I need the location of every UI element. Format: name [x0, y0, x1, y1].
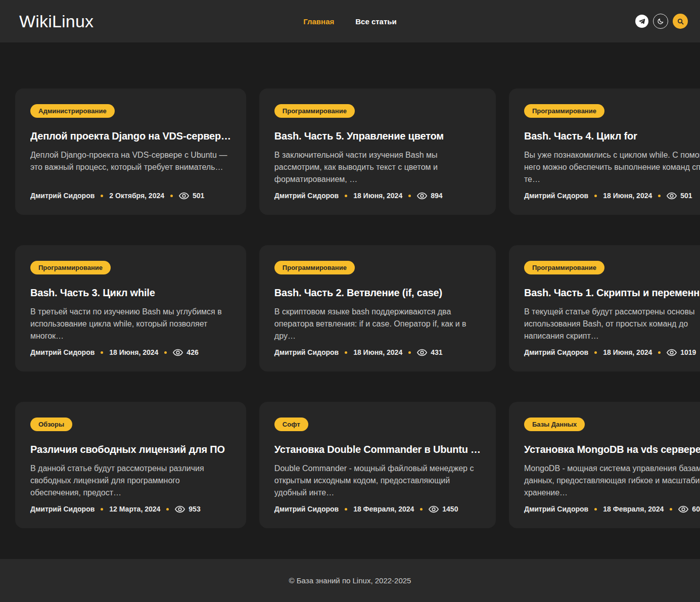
article-author: Дмитрий Сидоров	[30, 348, 95, 356]
article-title[interactable]: Bash. Часть 4. Цикл for	[524, 130, 700, 142]
category-badge[interactable]: Администрирование	[30, 104, 115, 118]
article-title[interactable]: Bash. Часть 5. Управление цветом	[274, 130, 481, 142]
article-excerpt: В текущей статье будут рассмотрены основ…	[524, 306, 700, 342]
views-count: 894	[431, 192, 442, 200]
theme-toggle-button[interactable]	[653, 14, 668, 29]
article-date: 18 Июня, 2024	[109, 348, 158, 356]
eye-icon	[175, 505, 185, 513]
article-meta: Дмитрий Сидоров 18 Июня, 2024 426	[30, 348, 231, 356]
eye-icon	[667, 192, 677, 200]
category-badge[interactable]: Софт	[274, 418, 308, 431]
article-card[interactable]: Программирование Bash. Часть 5. Управлен…	[259, 88, 496, 215]
article-excerpt: В скриптовом языке bash поддерживаются д…	[274, 306, 481, 342]
eye-icon	[417, 349, 427, 356]
separator-dot	[408, 351, 411, 354]
telegram-icon	[638, 18, 645, 25]
category-badge[interactable]: Программирование	[30, 261, 111, 274]
views-count: 1450	[442, 505, 458, 513]
article-card[interactable]: Программирование Bash. Часть 1. Скрипты …	[509, 245, 700, 372]
article-card[interactable]: Программирование Bash. Часть 2. Ветвлени…	[259, 245, 496, 372]
telegram-button[interactable]	[635, 15, 648, 28]
article-date: 18 Февраля, 2024	[353, 505, 414, 513]
article-author: Дмитрий Сидоров	[524, 348, 588, 356]
separator-dot	[345, 195, 347, 197]
article-date: 2 Октября, 2024	[109, 192, 164, 200]
separator-dot	[164, 351, 167, 354]
separator-dot	[670, 508, 672, 511]
nav-link-all-articles[interactable]: Все статьи	[355, 17, 397, 26]
article-date: 18 Июня, 2024	[353, 192, 402, 200]
article-card[interactable]: Базы Данных Установка MongoDB на vds сер…	[509, 402, 700, 528]
separator-dot	[166, 508, 169, 511]
separator-dot	[101, 195, 103, 197]
article-views: 602	[678, 505, 700, 513]
article-excerpt: В третьей части по изучению Bash мы углу…	[30, 306, 231, 342]
article-title[interactable]: Установка Double Commander в Ubuntu …	[274, 444, 481, 455]
article-title[interactable]: Различия свободных лицензий для ПО	[30, 444, 231, 455]
separator-dot	[101, 508, 103, 511]
eye-icon	[417, 192, 427, 200]
article-title[interactable]: Установка MongoDB на vds сервере с U…	[524, 444, 700, 455]
views-count: 602	[692, 505, 700, 513]
article-views: 426	[173, 348, 198, 356]
views-count: 501	[680, 192, 692, 200]
article-date: 12 Марта, 2024	[109, 505, 160, 513]
article-title[interactable]: Деплой проекта Django на VDS-сервер…	[30, 130, 231, 142]
article-date: 18 Июня, 2024	[353, 348, 402, 356]
article-author: Дмитрий Сидоров	[274, 348, 339, 356]
article-date: 18 Июня, 2024	[603, 192, 652, 200]
article-views: 953	[175, 505, 200, 513]
separator-dot	[345, 508, 347, 511]
article-card[interactable]: Администрирование Деплой проекта Django …	[15, 88, 246, 215]
category-badge[interactable]: Базы Данных	[524, 418, 585, 431]
search-button[interactable]	[673, 14, 688, 29]
article-meta: Дмитрий Сидоров 18 Февраля, 2024 602	[524, 505, 700, 513]
eye-icon	[678, 505, 688, 513]
article-meta: Дмитрий Сидоров 18 Июня, 2024 1019	[524, 348, 700, 356]
article-excerpt: MongoDB - мощная система управления база…	[524, 462, 700, 499]
eye-icon	[667, 349, 677, 356]
separator-dot	[170, 195, 173, 197]
eye-icon	[429, 505, 439, 513]
article-excerpt: В заключительной части изучения Bash мы …	[274, 149, 481, 186]
views-count: 431	[431, 348, 442, 356]
article-title[interactable]: Bash. Часть 1. Скрипты и переменные	[524, 287, 700, 299]
separator-dot	[345, 351, 347, 354]
separator-dot	[408, 195, 411, 197]
separator-dot	[658, 351, 661, 354]
category-badge[interactable]: Обзоры	[30, 418, 72, 431]
eye-icon	[179, 192, 189, 200]
separator-dot	[594, 195, 597, 197]
nav-link-home[interactable]: Главная	[303, 17, 334, 26]
article-title[interactable]: Bash. Часть 3. Цикл while	[30, 287, 231, 299]
article-views: 1019	[667, 348, 696, 356]
article-card[interactable]: Программирование Bash. Часть 4. Цикл for…	[509, 88, 700, 215]
article-author: Дмитрий Сидоров	[524, 192, 588, 200]
site-footer: © База знаний по Linux, 2022-2025	[0, 559, 700, 602]
article-meta: Дмитрий Сидоров 18 Июня, 2024 501	[524, 192, 700, 200]
main-nav: Главная Все статьи	[303, 17, 397, 26]
article-views: 501	[179, 192, 204, 200]
site-header: WikiLinux Главная Все статьи	[0, 0, 700, 42]
article-views: 894	[417, 192, 442, 200]
copyright-text: © База знаний по Linux, 2022-2025	[289, 576, 411, 585]
category-badge[interactable]: Программирование	[524, 261, 604, 274]
header-actions	[635, 14, 688, 29]
article-title[interactable]: Bash. Часть 2. Ветвление (if, case)	[274, 287, 481, 299]
site-logo[interactable]: WikiLinux	[19, 12, 94, 31]
views-count: 953	[189, 505, 200, 513]
article-excerpt: Деплой Django-проекта на VDS-сервере с U…	[30, 149, 231, 173]
category-badge[interactable]: Программирование	[524, 104, 604, 118]
article-card[interactable]: Обзоры Различия свободных лицензий для П…	[15, 402, 246, 528]
main-content: Администрирование Деплой проекта Django …	[0, 42, 700, 559]
article-date: 18 Февраля, 2024	[603, 505, 664, 513]
article-views: 1450	[429, 505, 458, 513]
views-count: 1019	[680, 348, 696, 356]
category-badge[interactable]: Программирование	[274, 261, 355, 274]
article-card[interactable]: Софт Установка Double Commander в Ubuntu…	[259, 402, 496, 528]
category-badge[interactable]: Программирование	[274, 104, 355, 118]
article-author: Дмитрий Сидоров	[274, 192, 339, 200]
article-card[interactable]: Программирование Bash. Часть 3. Цикл whi…	[15, 245, 246, 372]
article-views: 501	[667, 192, 692, 200]
article-date: 18 Июня, 2024	[603, 348, 652, 356]
